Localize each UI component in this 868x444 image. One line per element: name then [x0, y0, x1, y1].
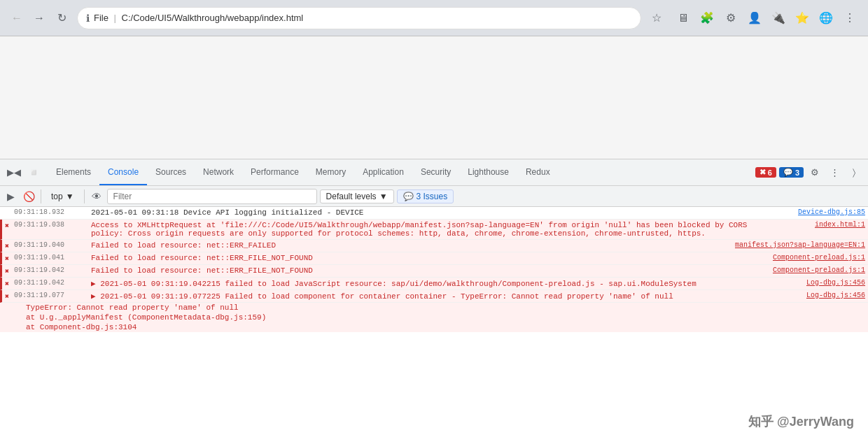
console-timestamp: 09:31:19.040 [14, 241, 91, 249]
console-message: 2021-05-01 09:31:18 Device API logging i… [91, 208, 753, 217]
console-message: Failed to load resource: net::ERR_FILE_N… [91, 266, 753, 275]
more-options-button[interactable]: ⋮ [826, 164, 843, 181]
chevron-down-icon: ▼ [66, 192, 74, 201]
console-sub-row: at Component-dbg.js:3104 [0, 322, 868, 332]
console-source[interactable]: Log-dbg.js:456 [753, 279, 865, 287]
console-timestamp: 09:31:19.077 [14, 292, 91, 299]
console-timestamp: 09:31:19.042 [14, 279, 91, 287]
inspector-icon[interactable]: ▶◀ [6, 164, 22, 181]
error-icon: ✖ [5, 280, 9, 288]
reload-button[interactable]: ↻ [52, 8, 71, 28]
watermark: 知乎 @JerryWang [748, 413, 854, 430]
toolbar-icons: 🖥 🧩 ⚙ 👤 🔌 ⭐ 🌐 ⋮ [672, 7, 861, 29]
warning-icon: 💬 [783, 168, 793, 177]
info-icon: ℹ [86, 13, 90, 24]
address-bar[interactable]: ℹ File | C:/Code/UI5/Walkthrough/webapp/… [77, 7, 641, 29]
issues-icon: 💬 [403, 192, 414, 201]
back-button[interactable]: ← [7, 8, 27, 28]
console-sub-row: at U.g._applyManifest (ComponentMetadata… [0, 313, 868, 322]
settings-button[interactable]: ⚙ [806, 164, 823, 181]
devtools-icon-group: ▶◀ ◽ [6, 159, 42, 185]
warning-badge: 💬 3 [779, 167, 804, 178]
extension-button-2[interactable]: 🧩 [696, 7, 718, 29]
eye-button[interactable]: 👁 [89, 189, 104, 204]
extension-button-3[interactable]: ⚙ [720, 7, 742, 29]
execute-button[interactable]: ▶ [3, 189, 18, 204]
console-message: ▶ 2021-05-01 09:31:19.077225 Failed to l… [91, 292, 753, 301]
tab-redux[interactable]: Redux [517, 159, 559, 185]
chevron-down-icon: ▼ [379, 192, 388, 201]
levels-selector[interactable]: Default levels ▼ [320, 189, 394, 203]
console-row: ✖ 09:31:19.042 Failed to load resource: … [0, 265, 868, 278]
address-text: File | C:/Code/UI5/Walkthrough/webapp/in… [94, 13, 632, 23]
devtools-panel: ▶◀ ◽ Elements Console Sources Network Pe… [0, 159, 868, 444]
console-message: Access to XMLHttpRequest at 'file:///C:/… [91, 221, 753, 238]
toolbar-divider-1 [41, 189, 41, 203]
browser-chrome: ← → ↻ ℹ File | C:/Code/UI5/Walkthrough/w… [0, 0, 868, 36]
console-timestamp: 09:31:19.038 [14, 221, 91, 229]
tab-security[interactable]: Security [412, 159, 459, 185]
error-badge: ✖ 6 [755, 167, 776, 178]
console-timestamp: 09:31:19.042 [14, 266, 91, 274]
tab-application[interactable]: Application [354, 159, 412, 185]
console-source[interactable]: Device-dbg.js:85 [753, 208, 865, 216]
extension-button-5[interactable]: 🔌 [767, 7, 790, 29]
tab-sources[interactable]: Sources [147, 159, 195, 185]
more-button[interactable]: ⋮ [839, 7, 861, 29]
console-source[interactable]: manifest.json?sap-language=EN:1 [735, 241, 865, 249]
console-row: ✖ 09:31:19.077 ▶ 2021-05-01 09:31:19.077… [0, 290, 868, 303]
toolbar-divider-2 [84, 189, 85, 203]
extension-button-6[interactable]: ⭐ [791, 7, 813, 29]
webpage-content [0, 36, 868, 159]
console-row: ✖ 09:31:19.042 ▶ 2021-05-01 09:31:19.042… [0, 278, 868, 290]
extension-button-4[interactable]: 👤 [743, 7, 766, 29]
error-icon: ✖ [5, 222, 9, 230]
tab-console[interactable]: Console [99, 159, 147, 185]
devtools-tab-bar: ▶◀ ◽ Elements Console Sources Network Pe… [0, 159, 868, 186]
tab-network[interactable]: Network [195, 159, 242, 185]
error-icon: ✖ [5, 255, 9, 263]
console-toolbar: ▶ 🚫 top ▼ 👁 Default levels ▼ 💬 3 Issues [0, 186, 868, 207]
clear-button[interactable]: 🚫 [21, 189, 36, 204]
error-icon: ✖ [5, 242, 9, 250]
console-source[interactable]: Component-preload.js:1 [753, 254, 865, 262]
console-message: Failed to load resource: net::ERR_FAILED [91, 241, 735, 250]
context-selector[interactable]: top ▼ [46, 190, 80, 203]
console-source[interactable]: index.html:1 [753, 221, 865, 229]
issues-badge[interactable]: 💬 3 Issues [397, 189, 454, 203]
console-message: ▶ 2021-05-01 09:31:19.042215 failed to l… [91, 279, 753, 288]
console-message: Failed to load resource: net::ERR_FILE_N… [91, 254, 753, 262]
nav-buttons: ← → ↻ [7, 8, 71, 28]
extension-button-1[interactable]: 🖥 [672, 7, 694, 29]
console-sub-row: TypeError: Cannot read property 'name' o… [0, 303, 868, 313]
mobile-icon[interactable]: ◽ [25, 164, 42, 181]
error-icon: ✖ [760, 168, 766, 177]
console-timestamp: 09:31:19.041 [14, 254, 91, 262]
error-icon: ✖ [5, 292, 9, 301]
forward-button[interactable]: → [29, 8, 49, 28]
console-row: ✖ 09:31:19.040 Failed to load resource: … [0, 240, 868, 252]
console-timestamp: 09:31:18.932 [14, 208, 91, 216]
console-row: 09:31:18.932 2021-05-01 09:31:18 Device … [0, 207, 868, 220]
undock-button[interactable]: 〉 [846, 164, 862, 181]
bookmark-button[interactable]: ☆ [647, 8, 666, 28]
tab-performance[interactable]: Performance [242, 159, 307, 185]
console-row: ✖ 09:31:19.038 Access to XMLHttpRequest … [0, 220, 868, 240]
tab-lighthouse[interactable]: Lighthouse [459, 159, 517, 185]
tab-memory[interactable]: Memory [307, 159, 354, 185]
console-row: ✖ 09:31:19.041 Failed to load resource: … [0, 252, 868, 265]
browser-icon[interactable]: 🌐 [815, 7, 837, 29]
tab-elements[interactable]: Elements [48, 159, 99, 185]
console-source[interactable]: Component-preload.js:1 [753, 266, 865, 274]
console-output[interactable]: 09:31:18.932 2021-05-01 09:31:18 Device … [0, 207, 868, 444]
console-source[interactable]: Log-dbg.js:456 [753, 292, 865, 299]
error-icon: ✖ [5, 267, 9, 275]
devtools-right-group: ✖ 6 💬 3 ⚙ ⋮ 〉 [755, 159, 862, 185]
filter-input[interactable] [107, 189, 317, 204]
